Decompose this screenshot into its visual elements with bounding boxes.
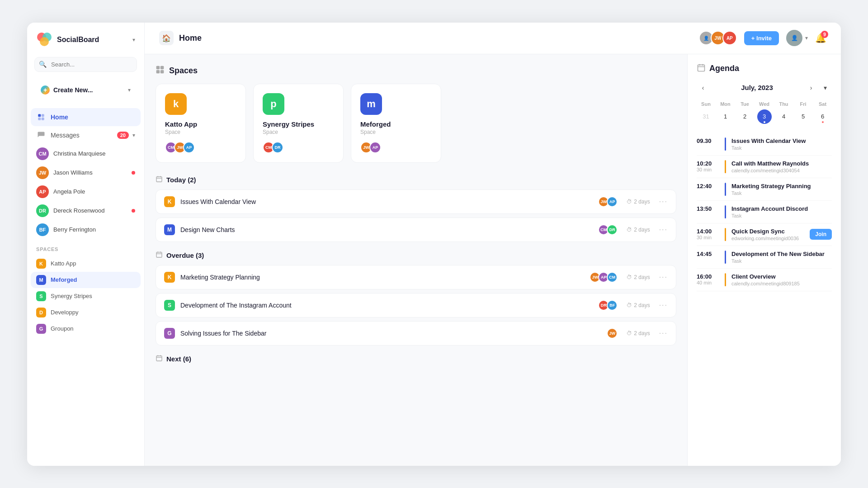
event-matthew[interactable]: 10:20 30 min Call with Matthew Raynolds …: [697, 156, 832, 178]
home-icon: [36, 112, 46, 122]
sidebar-item-meforged[interactable]: M Meforged: [31, 272, 141, 288]
spaces-section-title: Spaces: [156, 65, 676, 76]
task-item-sidebar[interactable]: G Solving Issues for The Sidebar JW ⏱2 d…: [156, 321, 676, 346]
create-new-chevron-icon: ▾: [128, 87, 131, 93]
svg-rect-7: [156, 66, 160, 69]
event-subtitle-matthew: calendly.com/meetingid304054: [731, 168, 832, 173]
cal-day-31[interactable]: 31: [699, 109, 713, 124]
create-new-button[interactable]: + Create New... ▾: [34, 81, 137, 99]
agenda-icon: [697, 63, 706, 74]
topbar: 🏠 Home 👤 JW AP + Invite 👤 ▾ 🔔 9: [145, 23, 841, 54]
cal-expand-button[interactable]: ▾: [819, 81, 832, 94]
page-icon: 🏠: [159, 31, 174, 45]
task-badge-charts: M: [164, 224, 175, 235]
svg-rect-8: [160, 66, 164, 69]
sidebar-chevron-icon[interactable]: ▾: [132, 37, 135, 43]
contact-name-angela: Angela Pole: [53, 188, 85, 195]
event-subtitle-calendar: Task: [731, 145, 832, 151]
task-time-calendar: ⏱2 days: [627, 199, 650, 205]
search-input[interactable]: [34, 57, 137, 72]
space-card-meforged[interactable]: m Meforged Space JW AP: [351, 84, 441, 163]
message-item-dereck[interactable]: DR Dereck Rosenwood: [31, 201, 141, 220]
cal-day-4[interactable]: 4: [777, 109, 791, 124]
task-menu-charts[interactable]: ···: [659, 226, 668, 234]
notification-bell[interactable]: 🔔 9: [815, 33, 826, 43]
task-assignees-calendar: JW AP: [598, 196, 618, 207]
message-item-jason[interactable]: JW Jason Williams: [31, 163, 141, 182]
cal-header-fri: Fri: [794, 99, 812, 109]
cal-day-6-dot: [822, 121, 824, 123]
task-assignee-charts-2: DR: [607, 224, 618, 235]
event-bar-quick-design: [725, 228, 726, 241]
space-label-meforged: Meforged: [51, 276, 77, 283]
event-calendar-view[interactable]: 09.30 Issues With Calendar View Task: [697, 133, 832, 156]
user-avatar-wrap[interactable]: 👤 ▾: [786, 30, 808, 46]
event-instagram-discord[interactable]: 13:50 Instagram Account Discord Task: [697, 201, 832, 223]
task-time-sidebar: ⏱2 days: [627, 330, 650, 336]
event-new-sidebar[interactable]: 14:45 Development of The New Sidebar Tas…: [697, 246, 832, 269]
task-menu-marketing[interactable]: ···: [659, 273, 668, 281]
cal-header-mon: Mon: [716, 99, 735, 109]
invite-button[interactable]: + Invite: [744, 31, 779, 45]
cal-grid: Sun Mon Tue Wed Thu Fri Sat 31 1 2 3: [697, 99, 832, 124]
event-subtitle-quick-design: edworking.com/meetingid0036: [731, 236, 804, 241]
event-bar-marketing: [725, 183, 726, 196]
svg-rect-11: [156, 176, 162, 181]
cal-header-tue: Tue: [736, 99, 754, 109]
event-subtitle-new-sidebar: Task: [731, 258, 832, 264]
task-menu-calendar[interactable]: ···: [659, 198, 668, 206]
task-time-marketing: ⏱2 days: [627, 274, 650, 280]
cal-day-2[interactable]: 2: [738, 109, 752, 124]
cal-day-1[interactable]: 1: [718, 109, 733, 124]
event-time-quick-design: 14:00 30 min: [697, 228, 719, 241]
space-card-katto[interactable]: k Katto App Space CM JW AP: [156, 84, 246, 163]
task-item-design-charts[interactable]: M Design New Charts CM DR ⏱2 days ···: [156, 218, 676, 242]
event-details-instagram: Instagram Account Discord Task: [731, 205, 832, 218]
plus-icon: +: [41, 85, 50, 95]
agenda-header: Agenda: [697, 63, 832, 74]
next-title: Next (6): [166, 355, 191, 363]
event-bar-new-sidebar: [725, 251, 726, 264]
message-item-angela[interactable]: AP Angela Pole: [31, 182, 141, 201]
cal-day-3-today[interactable]: 3: [757, 109, 772, 124]
space-card-synergy[interactable]: p Synergy Stripes Space CM DR: [253, 84, 344, 163]
space-card-name-katto: Katto App: [165, 120, 236, 128]
cal-day-5[interactable]: 5: [796, 109, 811, 124]
space-card-avatars-meforged: JW AP: [360, 142, 432, 153]
sidebar-item-messages[interactable]: Messages 20 ▾: [31, 126, 141, 144]
today-section: Today (2) K Issues With Calendar View JW…: [156, 175, 676, 242]
task-item-calendar-view[interactable]: K Issues With Calendar View JW AP ⏱2 day…: [156, 190, 676, 214]
task-item-instagram[interactable]: S Development of The Instagram Account D…: [156, 293, 676, 317]
sidebar-item-developpy[interactable]: D Developpy: [31, 304, 141, 321]
task-item-marketing[interactable]: K Marketing Strategy Planning JW AP CM ⏱…: [156, 265, 676, 289]
spaces-title: Spaces: [169, 66, 198, 76]
meforged-avatar-2: AP: [369, 142, 381, 153]
event-time-instagram-ag: 13:50: [697, 205, 719, 218]
katto-avatar-3: AP: [183, 142, 195, 153]
search-box: 🔍: [34, 57, 137, 72]
task-menu-sidebar[interactable]: ···: [659, 329, 668, 337]
topbar-left: 🏠 Home: [159, 31, 202, 45]
sidebar-item-groupon[interactable]: G Groupon: [31, 321, 141, 337]
cal-prev-button[interactable]: ‹: [697, 81, 709, 94]
sidebar-item-katto[interactable]: K Katto App: [31, 256, 141, 272]
cal-day-6[interactable]: 6: [816, 109, 830, 124]
sidebar-item-synergy[interactable]: S Synergy Stripes: [31, 288, 141, 304]
event-bar-matthew: [725, 160, 726, 173]
main-content: 🏠 Home 👤 JW AP + Invite 👤 ▾ 🔔 9: [145, 23, 841, 466]
notification-count: 9: [821, 31, 828, 38]
sidebar-item-home[interactable]: Home: [31, 108, 141, 126]
task-badge-sidebar: G: [164, 328, 175, 339]
event-join-button[interactable]: Join: [810, 229, 832, 240]
event-marketing[interactable]: 12:40 Marketing Strategy Planning Task: [697, 178, 832, 201]
message-item-berry[interactable]: BF Berry Ferrington: [31, 220, 141, 239]
task-menu-instagram[interactable]: ···: [659, 301, 668, 309]
task-time-charts: ⏱2 days: [627, 227, 650, 233]
spaces-list: K Katto App M Meforged S Synergy Stripes…: [27, 256, 144, 337]
contact-name-christina: Christina Marquiese: [53, 150, 106, 157]
event-client-overview[interactable]: 16:00 40 min Client Overview calendly.co…: [697, 269, 832, 291]
cal-next-button[interactable]: ›: [805, 81, 817, 94]
message-item-christina[interactable]: CM Christina Marquiese: [31, 144, 141, 163]
event-quick-design[interactable]: 14:00 30 min Quick Design Sync edworking…: [697, 223, 832, 246]
next-section: Next (6): [156, 355, 676, 363]
